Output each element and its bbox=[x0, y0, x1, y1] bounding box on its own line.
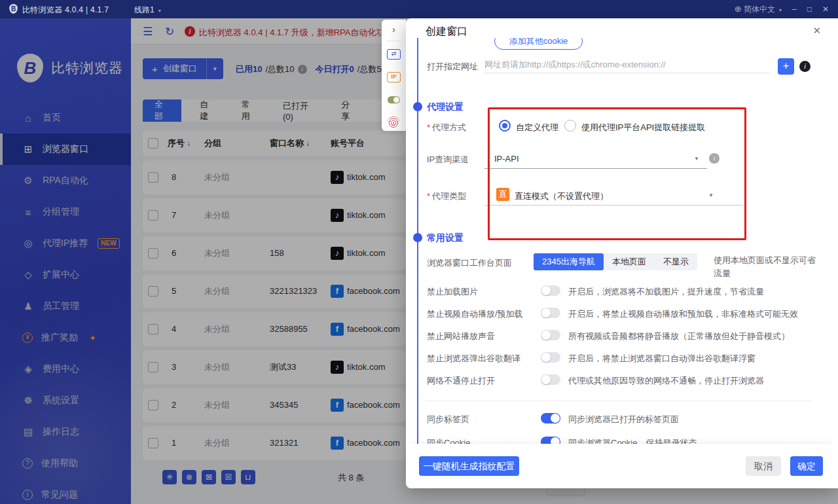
workspace-note: 使用本地页面或不显示可省流量 bbox=[714, 254, 822, 280]
custom-proxy-radio[interactable] bbox=[499, 120, 511, 132]
ip-channel-label: IP查询渠道 bbox=[427, 154, 469, 166]
toggle-icon[interactable] bbox=[388, 96, 400, 103]
app-logo-icon: B bbox=[9, 4, 18, 14]
sync-tabs-label: 同步标签页 bbox=[427, 414, 469, 425]
fingerprint-icon[interactable] bbox=[388, 117, 399, 128]
divider bbox=[386, 41, 401, 41]
chevron-down-icon[interactable]: ▼ bbox=[708, 192, 714, 198]
stop-on-network-fail-desc: 代理或其他原因导致的网络不通畅，停止打开浏览器 bbox=[568, 375, 764, 387]
minimize-button[interactable]: – bbox=[792, 5, 797, 14]
info-icon[interactable]: i bbox=[709, 153, 720, 164]
ip-channel-select[interactable]: IP-API bbox=[494, 154, 519, 164]
info-icon[interactable]: i bbox=[799, 61, 811, 72]
select-underline bbox=[484, 205, 743, 206]
workspace-option-local[interactable]: 本地页面 bbox=[604, 253, 655, 270]
proxy-method-label: *代理方式 bbox=[427, 122, 466, 134]
mute-site-desc: 所有视频或音频都将静音播放（正常播放但处于静音模式） bbox=[568, 331, 790, 342]
block-translate-desc: 开启后，将禁止浏览器窗口自动弹出谷歌翻译浮窗 bbox=[568, 353, 756, 365]
open-url-label: 打开指定网址 bbox=[427, 61, 478, 73]
open-url-input[interactable]: 网址前请加http://或https://或chrome-extension:/… bbox=[484, 56, 769, 73]
sync-cookie-toggle[interactable] bbox=[541, 437, 560, 444]
quick-access-bar: › ⇄ IP bbox=[382, 20, 406, 131]
block-video-desc: 开启后，将禁止视频自动播放和预加载，非标准格式可能无效 bbox=[568, 308, 798, 320]
chevron-down-icon: ▾ bbox=[779, 7, 782, 13]
globe-icon: ⊕ bbox=[735, 4, 742, 14]
api-proxy-radio[interactable] bbox=[564, 120, 576, 132]
maximize-button[interactable]: □ bbox=[807, 5, 812, 14]
workspace-label: 浏览器窗口工作台页面 bbox=[427, 257, 512, 269]
add-url-button[interactable]: + bbox=[778, 58, 794, 75]
dialog-footer: 一键随机生成指纹配置 取消 确定 bbox=[406, 444, 838, 488]
section-dot bbox=[413, 233, 422, 242]
block-video-toggle[interactable] bbox=[541, 308, 560, 318]
block-images-desc: 开启后，浏览器将不加载图片，提升速度，节省流量 bbox=[568, 286, 764, 298]
api-proxy-label[interactable]: 使用代理IP平台API提取链接提取 bbox=[581, 122, 705, 134]
proxy-section-title: 代理设置 bbox=[427, 101, 464, 113]
mute-site-label: 禁止网站播放声音 bbox=[427, 331, 495, 342]
ip-icon[interactable]: IP bbox=[387, 72, 401, 82]
expand-panel-button[interactable]: › bbox=[382, 24, 406, 35]
block-translate-label: 禁止浏览器弹出谷歌翻译 bbox=[427, 353, 520, 365]
sync-cookie-label: 同步Cookie bbox=[427, 437, 470, 444]
section-dot bbox=[413, 102, 422, 111]
line-selector[interactable]: 线路1▾ bbox=[134, 5, 161, 16]
chevron-down-icon: ▾ bbox=[158, 8, 161, 14]
common-section-title: 常用设置 bbox=[427, 232, 464, 244]
sync-tabs-toggle[interactable] bbox=[541, 413, 560, 423]
proxy-type-select[interactable]: 直连模式（不设置代理） bbox=[515, 190, 608, 202]
create-window-dialog: 创建窗口 ✕ 添加其他cookie 打开指定网址 网址前请加http://或ht… bbox=[406, 18, 838, 488]
titlebar: B 比特浏览器 4.0.4 | 4.1.7 线路1▾ ⊕ 简体中文▾ – □ ✕ bbox=[0, 0, 838, 18]
divider bbox=[426, 401, 812, 401]
app-window: B 比特浏览器 4.0.4 | 4.1.7 线路1▾ ⊕ 简体中文▾ – □ ✕… bbox=[0, 0, 838, 504]
workspace-option-none[interactable]: 不显示 bbox=[655, 253, 697, 270]
add-cookie-button[interactable]: 添加其他cookie bbox=[494, 38, 583, 50]
sync-tabs-desc: 同步浏览器已打开的标签页面 bbox=[568, 414, 679, 425]
cancel-button[interactable]: 取消 bbox=[746, 456, 781, 476]
block-translate-toggle[interactable] bbox=[541, 352, 560, 363]
stop-on-network-fail-toggle[interactable] bbox=[541, 374, 560, 385]
sync-cookie-desc: 同步浏览器Cookie，保持登录状态 bbox=[568, 437, 697, 444]
custom-proxy-label[interactable]: 自定义代理 bbox=[516, 122, 558, 134]
confirm-button[interactable]: 确定 bbox=[790, 456, 823, 476]
select-underline bbox=[484, 168, 707, 169]
mute-site-toggle[interactable] bbox=[541, 330, 560, 340]
proxy-type-label: *代理类型 bbox=[427, 190, 466, 202]
app-title: 比特浏览器 4.0.4 | 4.1.7 bbox=[22, 5, 109, 16]
language-selector[interactable]: ⊕ 简体中文▾ bbox=[735, 4, 782, 15]
block-video-label: 禁止视频自动播放/预加载 bbox=[427, 308, 523, 320]
dialog-body: 添加其他cookie 打开指定网址 网址前请加http://或https://或… bbox=[406, 38, 838, 444]
window-sync-icon[interactable]: ⇄ bbox=[387, 49, 401, 60]
dialog-title: 创建窗口 bbox=[426, 25, 467, 39]
workspace-option-nav[interactable]: 2345出海导航 bbox=[534, 253, 604, 270]
block-images-toggle[interactable] bbox=[541, 285, 560, 296]
close-window-button[interactable]: ✕ bbox=[822, 5, 829, 14]
generate-fingerprint-button[interactable]: 一键随机生成指纹配置 bbox=[419, 456, 519, 476]
block-images-label: 禁止加载图片 bbox=[427, 286, 478, 298]
close-dialog-icon[interactable]: ✕ bbox=[812, 25, 821, 37]
stop-on-network-fail-label: 网络不通停止打开 bbox=[427, 375, 495, 387]
workspace-segmented-control: 2345出海导航 本地页面 不显示 bbox=[534, 253, 697, 270]
direct-mode-badge: 直 bbox=[496, 188, 509, 201]
chevron-down-icon[interactable]: ▼ bbox=[694, 156, 699, 162]
